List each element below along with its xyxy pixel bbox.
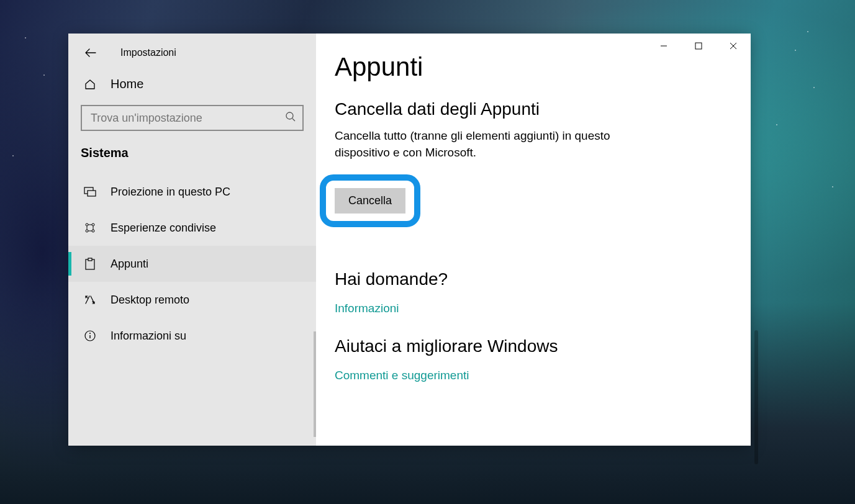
svg-point-7 — [92, 230, 94, 232]
feedback-link[interactable]: Commenti e suggerimenti — [335, 369, 469, 382]
home-nav[interactable]: Home — [68, 66, 316, 102]
home-icon — [83, 78, 97, 91]
svg-rect-3 — [88, 191, 96, 196]
sidebar: Impostazioni Home Sistema Proiezione — [68, 34, 316, 446]
svg-rect-14 — [695, 43, 702, 49]
sidebar-item-label: Appunti — [111, 258, 148, 271]
app-title: Impostazioni — [120, 47, 176, 58]
sidebar-section-title: Sistema — [68, 140, 316, 174]
svg-line-1 — [292, 119, 295, 121]
sidebar-item-label: Proiezione in questo PC — [111, 186, 230, 199]
svg-point-12 — [89, 333, 91, 334]
svg-point-6 — [86, 230, 88, 232]
maximize-button[interactable] — [681, 34, 716, 58]
content-pane: Appunti Cancella dati degli Appunti Canc… — [316, 34, 751, 446]
clear-description: Cancella tutto (tranne gli elementi aggi… — [335, 128, 658, 161]
content-scrollbar[interactable] — [754, 330, 758, 464]
minimize-icon — [660, 42, 667, 50]
sidebar-item-label: Esperienze condivise — [111, 222, 216, 235]
sidebar-item-label: Informazioni su — [111, 330, 186, 343]
help-heading: Hai domande? — [335, 269, 751, 289]
feedback-section: Aiutaci a migliorare Windows Commenti e … — [335, 336, 751, 382]
svg-point-0 — [286, 112, 293, 119]
minimize-button[interactable] — [646, 34, 681, 58]
svg-point-5 — [92, 223, 94, 226]
search-input-wrapper[interactable] — [81, 105, 304, 131]
sidebar-item-about[interactable]: Informazioni su — [68, 318, 316, 354]
sidebar-item-label: Desktop remoto — [111, 294, 189, 307]
clipboard-icon — [83, 258, 97, 270]
shared-icon — [83, 222, 97, 234]
sidebar-item-clipboard[interactable]: Appunti — [68, 246, 316, 282]
remote-desktop-icon — [83, 294, 97, 305]
sidebar-item-projection[interactable]: Proiezione in questo PC — [68, 174, 316, 210]
help-link[interactable]: Informazioni — [335, 302, 399, 315]
arrow-left-icon — [85, 48, 96, 57]
svg-point-4 — [86, 223, 88, 226]
back-button[interactable] — [83, 45, 98, 60]
nav-list: Proiezione in questo PC Esperienze condi… — [68, 174, 316, 354]
sidebar-item-remote-desktop[interactable]: Desktop remoto — [68, 282, 316, 318]
info-icon — [83, 330, 97, 342]
clear-heading: Cancella dati degli Appunti — [335, 99, 751, 119]
projection-icon — [83, 186, 97, 197]
close-button[interactable] — [716, 34, 751, 58]
clear-clipboard-section: Cancella dati degli Appunti Cancella tut… — [335, 99, 751, 248]
search-input[interactable] — [91, 112, 285, 125]
search-icon — [285, 111, 296, 125]
help-section: Hai domande? Informazioni — [335, 269, 751, 315]
maximize-icon — [695, 42, 702, 50]
settings-window: Impostazioni Home Sistema Proiezione — [68, 34, 751, 446]
close-icon — [730, 42, 737, 50]
clear-button[interactable]: Cancella — [335, 188, 405, 214]
tutorial-highlight: Cancella — [320, 174, 420, 227]
sidebar-item-shared-experiences[interactable]: Esperienze condivise — [68, 210, 316, 246]
feedback-heading: Aiutaci a migliorare Windows — [335, 336, 751, 356]
home-label: Home — [111, 77, 143, 91]
svg-rect-9 — [88, 258, 92, 261]
